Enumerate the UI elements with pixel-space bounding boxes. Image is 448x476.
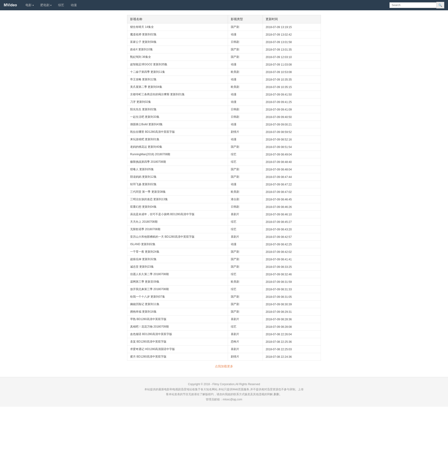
cell-video-type: 剧情片 <box>228 128 263 136</box>
cell-video-time: 2018-07-09 08:48:04 <box>263 166 321 173</box>
table-row[interactable]: 早熟 BD1280高清中英双字版喜剧片2018-07-09 08:28:36 <box>127 316 321 323</box>
table-row[interactable]: 刀牙 更新到02集动漫2018-07-09 09:41:25 <box>127 98 321 106</box>
cell-video-name: 蜜月 BD1280高清中英双字版 <box>127 353 228 361</box>
table-row[interactable]: 蜜月 BD1280高清中英双字版剧情片2018-07-08 22:24:36 <box>127 353 321 361</box>
cell-video-time: 2018-07-09 08:46:26 <box>263 203 321 211</box>
table-row[interactable]: ISLAND 更新到02集动漫2018-07-09 08:42:25 <box>127 241 321 248</box>
col-header-type: 影视类型 <box>228 15 263 23</box>
cell-video-time: 2018-07-09 08:29:31 <box>263 308 321 316</box>
table-row[interactable]: 政命X 更新到10集国产剧2018-07-09 13:01:35 <box>127 46 321 53</box>
cell-video-type: 国产剧 <box>228 23 263 31</box>
cell-video-name: RunningMan(2018) 20180708期 <box>127 151 228 158</box>
table-row[interactable]: 虽说是未成年，但可不是小孩哟 BD1280高清中字版喜剧片2018-07-09 … <box>127 211 321 218</box>
cell-video-time: 2018-07-09 08:46:45 <box>263 196 321 203</box>
cell-video-time: 2018-07-09 08:47:22 <box>263 181 321 188</box>
table-row[interactable]: 天天向上 20180708期综艺2018-07-09 08:45:27 <box>127 218 321 226</box>
search-input[interactable] <box>389 2 436 8</box>
table-row[interactable]: RunningMan(2018) 20180708期综艺2018-07-09 0… <box>127 151 321 158</box>
table-row[interactable]: 亚历山大和他那糟糕的一天 BD1280高清中英双字版喜剧片2018-07-09 … <box>127 233 321 241</box>
cell-video-type: 综艺 <box>228 151 263 158</box>
table-row[interactable]: 猎毒人 更新到05集国产剧2018-07-09 08:48:04 <box>127 166 321 173</box>
cell-video-time: 2018-07-08 22:25:36 <box>263 338 321 346</box>
table-row[interactable]: 但愿人长久第二季 20180708期综艺2018-07-09 08:32:46 <box>127 271 321 278</box>
table-row[interactable]: 圣笈 BD1280高清中英双字版恐怖片2018-07-08 22:25:36 <box>127 338 321 346</box>
table-row[interactable]: 轻羽飞扬 更新到02集动漫2018-07-09 08:47:22 <box>127 181 321 188</box>
cell-video-name: 魔道祖师 更新到02集 <box>127 31 228 38</box>
table-row[interactable]: 极限挑战第四季 20180708期综艺2018-07-09 08:48:40 <box>127 158 321 166</box>
cell-video-name: 一起生活吧 更新到33集 <box>127 113 228 121</box>
cell-video-name: 双重幻想 更新到04集 <box>127 203 228 211</box>
cell-video-time: 2018-07-09 08:28:36 <box>263 316 321 323</box>
cell-video-type: 日韩剧 <box>228 113 263 121</box>
nav-item-variety[interactable]: 综艺 <box>55 2 67 8</box>
table-row[interactable]: 陪读妈妈 更新到12集国产剧2018-07-09 08:47:44 <box>127 173 321 181</box>
table-row[interactable]: 诚忠堂 更新到23集国产剧2018-07-09 08:33:25 <box>127 263 321 271</box>
cell-video-type: 综艺 <box>228 158 263 166</box>
cell-video-name: 圣笈 BD1280高清中英双字版 <box>127 338 228 346</box>
nav-item-anime[interactable]: 动漫 <box>68 2 80 8</box>
table-row[interactable]: 十二線子第四季 更新到11集欧美剧2018-07-09 10:53:08 <box>127 68 321 76</box>
table-row[interactable]: 凯拉在哪里 BD1280高清中英双字版剧情片2018-07-09 08:59:5… <box>127 128 321 136</box>
table-row[interactable]: 来玩游戏吧 更新到01集动漫2018-07-09 08:52:16 <box>127 136 321 143</box>
cell-video-time: 2018-07-09 10:35:15 <box>263 83 321 91</box>
cell-video-time: 2018-07-09 08:41:41 <box>263 256 321 263</box>
cell-video-name: 帝王攻略 更新到12集 <box>127 76 228 83</box>
cell-video-name: 谋网第三季 更新至09集 <box>127 278 228 286</box>
table-row[interactable]: 给我一个十八岁 更新到07集国产剧2018-07-09 08:31:05 <box>127 293 321 301</box>
table-row[interactable]: 甄妃驾到 36集全国产剧2018-07-09 12:03:10 <box>127 53 321 61</box>
table-row[interactable]: 一千零一夜 更新到24集国产剧2018-07-09 08:42:02 <box>127 248 321 256</box>
cell-video-name: 极限挑战第四季 20180708期 <box>127 158 228 166</box>
col-header-time: 更新时间 <box>263 15 321 23</box>
footer-desc1: 本站提供的最新电影和电视剧迅雷地址收集于各大知名网站,本站只提供Web页面服务,… <box>4 387 444 392</box>
table-row[interactable]: 无限歌谣季 20180708期综艺2018-07-09 08:43:20 <box>127 226 321 233</box>
table-row[interactable]: 一起生活吧 更新到33集日韩剧2018-07-09 09:40:50 <box>127 113 321 121</box>
cell-video-type: 喜剧片 <box>228 233 263 241</box>
table-row[interactable]: 拥抱幸福 更新到16集国产剧2018-07-09 08:29:31 <box>127 308 321 316</box>
cell-video-name: 求爱奇遇记 HD1280高清国语中字版 <box>127 346 228 353</box>
footer-copyright: Copyright © 2018 - Filmy Corporation,All… <box>4 382 444 387</box>
table-row[interactable]: 阳光先生 更新到02集日韩剧2018-07-09 09:41:09 <box>127 106 321 113</box>
table-row[interactable]: 美爪屋第二季 更新到04集欧美剧2018-07-09 10:35:15 <box>127 83 321 91</box>
cell-video-name: 甄妃驾到 36集全 <box>127 53 228 61</box>
table-row[interactable]: 求爱奇遇记 HD1280高清国语中字版喜剧片2018-07-08 22:25:0… <box>127 346 321 353</box>
table-row[interactable]: 京都寺町三条商店街的绳尔摩斯 更新到01集动漫2018-07-09 09:41:… <box>127 91 321 98</box>
table-row[interactable]: 三代同堂 第一季 更新至08集欧美剧2018-07-09 08:47:02 <box>127 188 321 196</box>
table-row[interactable]: 三明治女孩的迷恋 更新到13集港台剧2018-07-09 08:46:45 <box>127 196 321 203</box>
logo[interactable]: MVideo <box>4 3 17 7</box>
table-row[interactable]: 真相吧！花花万物 20180709期综艺2018-07-09 08:28:08 <box>127 323 321 331</box>
cell-video-type: 动漫 <box>228 121 263 128</box>
table-row[interactable]: 超级岳婶 更新到32集国产剧2018-07-09 08:41:41 <box>127 256 321 263</box>
table-row[interactable]: 放开我北鼻第三季 20180708期综艺2018-07-09 08:31:33 <box>127 286 321 293</box>
cell-video-name: 超智能足球GGO2 更新到35集 <box>127 61 228 68</box>
cell-video-type: 喜剧片 <box>228 211 263 218</box>
cell-video-time: 2018-07-09 08:42:02 <box>263 248 321 256</box>
table-row[interactable]: 锁住有晴天 14集全国产剧2018-07-09 13:19:15 <box>127 23 321 31</box>
cell-video-time: 2018-07-09 08:49:04 <box>263 151 321 158</box>
table-row[interactable]: 富家公子 更新到58集日韩剧2018-07-09 13:01:58 <box>127 38 321 46</box>
table-row[interactable]: 老妈的桃花运 更新到40集国产剧2018-07-09 08:51:54 <box>127 143 321 151</box>
table-row[interactable]: 帝王攻略 更新到12集动漫2018-07-09 10:35:35 <box>127 76 321 83</box>
cell-video-type: 国产剧 <box>228 256 263 263</box>
chevron-down-icon: ▾ <box>33 4 34 6</box>
cell-video-name: 早熟 BD1280高清中英双字版 <box>127 316 228 323</box>
table-row[interactable]: 嫡媳历险记 更新到11集国产剧2018-07-09 08:30:39 <box>127 301 321 308</box>
nav-item-movies[interactable]: 电影 ▾ <box>23 2 37 8</box>
cell-video-name: 阳光先生 更新到02集 <box>127 106 228 113</box>
table-row[interactable]: 双重幻想 更新到04集日韩剧2018-07-09 08:46:26 <box>127 203 321 211</box>
nav-item-drama[interactable]: 肥皂剧 ▾ <box>37 2 54 8</box>
cell-video-time: 2018-07-09 08:52:16 <box>263 136 321 143</box>
table-row[interactable]: 血色烟语 BD1280高清中英双字版喜剧片2018-07-08 22:26:04 <box>127 331 321 338</box>
cell-video-type: 国产剧 <box>228 173 263 181</box>
table-row[interactable]: 超智能足球GGO2 更新到35集动漫2018-07-09 11:03:08 <box>127 61 321 68</box>
table-row[interactable]: 側面骑士Build 更新到43集动漫2018-07-09 09:00:21 <box>127 121 321 128</box>
load-more-link[interactable]: 点我加载更多 <box>215 365 233 368</box>
table-row[interactable]: 魔道祖师 更新到02集动漫2018-07-09 13:02:42 <box>127 31 321 38</box>
main-content: 影视名称 影视类型 更新时间 锁住有晴天 14集全国产剧2018-07-09 1… <box>123 15 325 372</box>
cell-video-name: 放开我北鼻第三季 20180708期 <box>127 286 228 293</box>
search-button[interactable]: 🔍 <box>436 2 444 8</box>
cell-video-time: 2018-07-09 13:01:35 <box>263 46 321 53</box>
nav-label-anime: 动漫 <box>71 3 77 7</box>
nav-label-movies: 电影 <box>26 3 32 7</box>
table-row[interactable]: 谋网第三季 更新至09集欧美剧2018-07-09 08:31:59 <box>127 278 321 286</box>
cell-video-time: 2018-07-09 09:41:09 <box>263 106 321 113</box>
